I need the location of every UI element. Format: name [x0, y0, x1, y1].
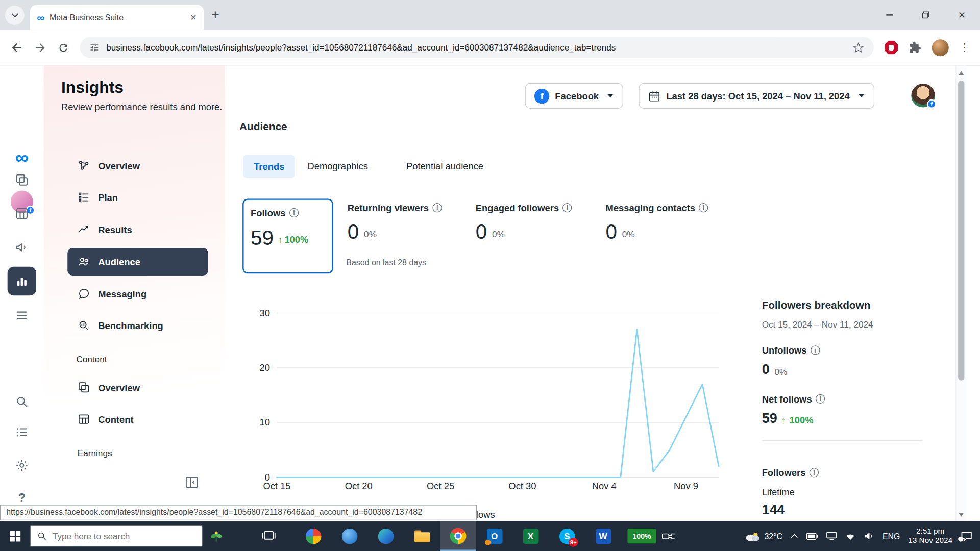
page-subtitle: Review performance results and more.: [61, 101, 222, 112]
tray-battery-button[interactable]: [806, 533, 818, 539]
all-tools-icon-button[interactable]: [14, 308, 29, 323]
collapse-panel-icon: [184, 475, 199, 490]
date-range-selector[interactable]: Last 28 days: Oct 15, 2024 – Nov 11, 202…: [639, 83, 874, 109]
task-list-icon: [15, 425, 29, 439]
metric-engaged-followers[interactable]: Engaged followers i 0 0%: [476, 203, 572, 242]
start-button[interactable]: [0, 521, 30, 551]
collapse-panel-button[interactable]: [184, 475, 199, 490]
browser-tab[interactable]: ∞ Meta Business Suite ✕: [30, 5, 204, 30]
nav-item-benchmarking[interactable]: Benchmarking: [67, 312, 208, 339]
reload-button[interactable]: [58, 41, 69, 53]
task-view-button[interactable]: [255, 521, 283, 551]
insights-icon-button[interactable]: [8, 267, 36, 295]
colorful-app-button[interactable]: [295, 521, 331, 551]
skype-button[interactable]: S 9+: [549, 521, 585, 551]
browser-toolbar: business.facebook.com/latest/insights/pe…: [0, 30, 980, 66]
svg-text:Nov 9: Nov 9: [674, 481, 698, 491]
tab-potential-audience[interactable]: Potential audience: [406, 161, 483, 171]
weather-widget[interactable]: 32°C: [744, 531, 782, 541]
metric-returning-viewers[interactable]: Returning viewers i 0 0% Based on last 2…: [348, 203, 442, 242]
metric-card-follows[interactable]: Follows i 59 ↑ 100%: [242, 198, 333, 273]
edge-button[interactable]: [368, 521, 404, 551]
nav-item-results[interactable]: Results: [67, 215, 208, 243]
browser-profile-avatar[interactable]: [932, 39, 949, 56]
outlook-icon: O: [486, 528, 502, 544]
news-interests-button[interactable]: [203, 521, 230, 551]
usb-tray-button[interactable]: [656, 521, 681, 551]
battery-widget[interactable]: 100%: [627, 529, 656, 543]
nav-item-content-overview[interactable]: Overview: [67, 373, 208, 401]
window-restore-button[interactable]: [908, 0, 944, 30]
clock-time: 2:51 pm: [908, 527, 952, 536]
extensions-button[interactable]: [909, 41, 921, 54]
scrollbar-down-arrow[interactable]: [959, 513, 964, 516]
content-grid-icon: [78, 413, 90, 425]
tab-trends[interactable]: Trends: [243, 155, 295, 178]
info-icon[interactable]: i: [432, 203, 442, 212]
excel-button[interactable]: X: [512, 521, 549, 551]
nav-item-overview[interactable]: Overview: [67, 152, 208, 180]
tab-search-button[interactable]: [5, 5, 24, 24]
address-bar[interactable]: business.facebook.com/latest/insights/pe…: [80, 37, 874, 58]
tab-demographics[interactable]: Demographics: [307, 161, 368, 171]
taskbar-search-input[interactable]: [53, 531, 195, 541]
page-scrollbar[interactable]: [955, 66, 966, 521]
back-button[interactable]: [10, 41, 23, 54]
metric-label: Messaging contacts: [606, 203, 696, 213]
browser-menu-icon[interactable]: ⋮: [960, 42, 970, 53]
posts-icon-button[interactable]: [14, 172, 29, 187]
ads-icon-button[interactable]: [14, 240, 29, 255]
chrome-button[interactable]: [440, 521, 476, 551]
help-icon-button[interactable]: ?: [14, 491, 29, 506]
language-indicator[interactable]: ENG: [883, 531, 900, 540]
outlook-button[interactable]: O: [476, 521, 512, 551]
word-button[interactable]: W: [585, 521, 621, 551]
header-avatar[interactable]: f: [911, 84, 935, 108]
bookmark-star-icon[interactable]: [852, 41, 864, 53]
meta-logo[interactable]: ∞: [0, 145, 44, 169]
new-tab-button[interactable]: +: [211, 8, 219, 22]
site-settings-icon[interactable]: [89, 42, 100, 53]
svg-text:30: 30: [260, 308, 270, 318]
forward-button[interactable]: [34, 41, 47, 54]
search-icon-button[interactable]: [14, 394, 29, 409]
info-icon[interactable]: i: [816, 394, 825, 404]
info-icon[interactable]: i: [289, 208, 299, 217]
settings-icon-button[interactable]: [14, 458, 29, 473]
info-icon[interactable]: i: [699, 203, 708, 212]
megaphone-icon: [15, 240, 29, 254]
tray-volume-button[interactable]: [864, 532, 874, 540]
platform-selector[interactable]: f Facebook: [525, 83, 623, 109]
window-close-button[interactable]: ✕: [944, 0, 980, 30]
nav-item-content[interactable]: Content: [67, 406, 208, 433]
action-center-button[interactable]: [961, 531, 972, 541]
blue-app-button[interactable]: [331, 521, 368, 551]
forward-arrow-icon: [34, 41, 47, 54]
info-icon[interactable]: i: [562, 203, 572, 212]
file-explorer-button[interactable]: [404, 521, 440, 551]
clock-widget[interactable]: 2:51 pm 13 Nov 2024: [908, 527, 952, 545]
adblock-extension-icon[interactable]: [885, 41, 898, 55]
info-icon[interactable]: i: [811, 345, 820, 355]
taskbar-search-box[interactable]: [30, 525, 203, 547]
insights-nav-panel: Insights Review performance results and …: [44, 66, 225, 521]
scrollbar-up-arrow[interactable]: [959, 71, 964, 75]
nav-item-audience[interactable]: Audience: [67, 248, 208, 276]
taskbar: O X S 9+ W 100% 32°C: [0, 521, 980, 551]
window-minimize-button[interactable]: [871, 0, 908, 30]
tray-network-button[interactable]: [826, 532, 837, 540]
chevron-down-icon: [607, 94, 614, 98]
metric-messaging-contacts[interactable]: Messaging contacts i 0 0%: [606, 203, 708, 242]
nav-item-plan[interactable]: Plan: [67, 184, 208, 211]
metric-change: 0%: [622, 229, 635, 239]
info-icon[interactable]: i: [810, 468, 819, 477]
nav-item-messaging[interactable]: Messaging: [67, 280, 208, 308]
planner-icon-button[interactable]: [14, 206, 29, 221]
scrollbar-thumb[interactable]: [958, 81, 964, 381]
tasks-icon-button[interactable]: [14, 425, 29, 440]
facebook-badge-icon: f: [927, 99, 936, 109]
extensions-puzzle-icon: [909, 41, 921, 54]
tray-overflow-button[interactable]: [791, 534, 798, 539]
tab-close-icon[interactable]: ✕: [190, 13, 197, 22]
tray-wifi-button[interactable]: [845, 532, 855, 540]
